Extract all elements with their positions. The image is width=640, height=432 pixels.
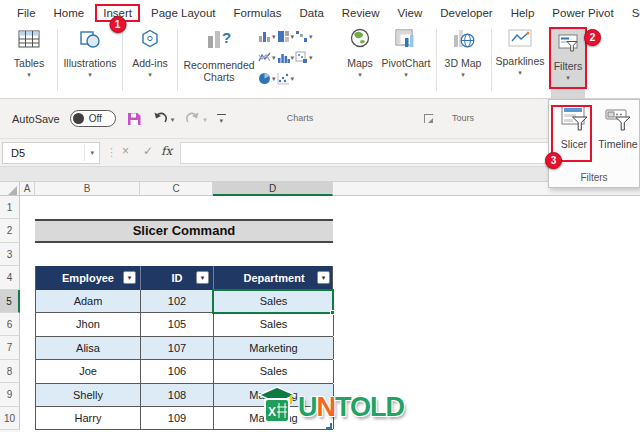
redo-button[interactable]: ▾ xyxy=(184,111,207,126)
row-header-7[interactable]: 7 xyxy=(0,336,20,359)
tab-help[interactable]: Help xyxy=(502,4,544,22)
row-header-8[interactable]: 8 xyxy=(0,360,20,383)
filter-dropdown-icon[interactable]: ▾ xyxy=(196,271,209,284)
tab-developer[interactable]: Developer xyxy=(431,4,501,22)
illustrations-button[interactable]: Illustrations ▾ xyxy=(60,27,120,78)
recommended-charts-label: Recommended Charts xyxy=(181,59,257,83)
column-chart-icon[interactable]: ▾ xyxy=(258,30,276,43)
row-header-5[interactable]: 5 xyxy=(0,290,20,313)
pivotchart-icon xyxy=(393,27,419,55)
formula-bar-grip-icon[interactable]: ⋮ xyxy=(106,146,117,159)
tab-script-lab[interactable]: Script Lab xyxy=(623,4,640,22)
tab-data[interactable]: Data xyxy=(291,4,333,22)
cell-c8[interactable]: 106 xyxy=(141,360,214,382)
cell-b6[interactable]: Jhon xyxy=(36,313,141,335)
cell-d6[interactable]: Sales xyxy=(214,313,334,335)
name-box[interactable]: D5 ▾ xyxy=(2,142,100,164)
tab-review[interactable]: Review xyxy=(333,4,389,22)
pivotchart-button[interactable]: PivotChart ▾ xyxy=(379,27,433,78)
cell-b9[interactable]: Shelly xyxy=(36,384,141,406)
tab-view[interactable]: View xyxy=(389,4,432,22)
column-header-c[interactable]: C xyxy=(140,182,213,196)
scatter-chart-icon[interactable]: ▾ xyxy=(277,72,295,85)
timeline-label: Timeline xyxy=(598,138,637,150)
recommended-charts-button[interactable]: ? Recommended Charts xyxy=(181,27,257,83)
3d-map-button[interactable]: 3D Map ▾ xyxy=(438,27,488,78)
sparklines-button[interactable]: Sparklines ▾ xyxy=(492,27,548,76)
cell-b10[interactable]: Harry xyxy=(36,407,141,429)
column-header-a[interactable]: A xyxy=(20,182,35,196)
cell-b5[interactable]: Adam xyxy=(36,290,141,312)
histogram-chart-icon[interactable]: ▾ xyxy=(277,51,295,64)
fill-handle[interactable] xyxy=(330,310,335,315)
annotation-badge-1: 1 xyxy=(109,16,126,33)
chart-gallery-row-2: ▾ ▾ ▾ xyxy=(258,51,313,64)
ribbon-insert-contents: Tables ▾ Illustrations ▾ Add-ins ▾ ? Rec… xyxy=(0,25,640,99)
cell-d7[interactable]: Marketing xyxy=(214,337,334,359)
treemap-chart-icon[interactable]: ▾ xyxy=(277,30,295,43)
line-chart-icon[interactable]: ▾ xyxy=(258,51,276,64)
cell-c5[interactable]: 102 xyxy=(141,290,214,312)
autosave-toggle[interactable]: Off xyxy=(70,110,116,127)
column-header-b[interactable]: B xyxy=(35,182,140,196)
chevron-down-icon: ▾ xyxy=(219,117,223,124)
enter-entry-button[interactable]: ✓ xyxy=(143,144,153,158)
cancel-entry-button[interactable]: × xyxy=(122,144,129,158)
sparklines-label: Sparklines xyxy=(495,55,544,67)
untold-watermark: X UNTOLD xyxy=(256,384,404,430)
filter-dropdown-icon[interactable]: ▾ xyxy=(317,271,330,284)
row-header-4[interactable]: 4 xyxy=(0,266,20,289)
waterfall-chart-icon[interactable]: ▾ xyxy=(295,30,313,43)
table-header-id[interactable]: ID ▾ xyxy=(141,266,214,290)
toggle-knob xyxy=(73,113,84,124)
pivotchart-label: PivotChart xyxy=(381,57,430,69)
tab-page-layout[interactable]: Page Layout xyxy=(142,4,225,22)
combo-chart-icon[interactable]: ▾ xyxy=(295,51,313,64)
timeline-menu-item[interactable]: Timeline xyxy=(596,105,640,150)
cell-c7[interactable]: 107 xyxy=(141,337,214,359)
pie-chart-icon[interactable]: ▾ xyxy=(258,72,276,85)
table-header-employee-label: Employee xyxy=(62,272,114,284)
cell-b8[interactable]: Joe xyxy=(36,360,141,382)
select-all-button[interactable] xyxy=(0,182,20,196)
add-ins-button[interactable]: Add-ins ▾ xyxy=(126,27,174,78)
row-header-2[interactable]: 2 xyxy=(0,219,20,242)
cell-c9[interactable]: 108 xyxy=(141,384,214,406)
worksheet-title-cell[interactable]: Slicer Command xyxy=(35,219,333,243)
row-header-6[interactable]: 6 xyxy=(0,313,20,336)
save-button[interactable] xyxy=(126,111,142,127)
row-header-1[interactable]: 1 xyxy=(0,196,20,219)
table-header-employee[interactable]: Employee ▾ xyxy=(36,266,141,290)
row-header-3[interactable]: 3 xyxy=(0,243,20,266)
cell-b7[interactable]: Alisa xyxy=(36,337,141,359)
cell-c6[interactable]: 105 xyxy=(141,313,214,335)
tab-file[interactable]: File xyxy=(8,4,45,22)
tab-power-pivot[interactable]: Power Pivot xyxy=(543,4,622,22)
3d-map-label: 3D Map xyxy=(445,57,482,69)
filters-button[interactable]: Filters ▾ xyxy=(549,27,587,89)
tables-label: Tables xyxy=(14,57,44,69)
tab-home[interactable]: Home xyxy=(45,4,94,22)
insert-function-button[interactable]: fx xyxy=(161,144,172,158)
tab-insert[interactable]: Insert 1 xyxy=(95,4,140,22)
charts-dialog-launcher-icon[interactable] xyxy=(424,114,433,123)
globe-icon xyxy=(347,27,373,55)
customize-qat-button[interactable]: ▾ xyxy=(217,114,226,124)
row-header-10[interactable]: 10 xyxy=(0,407,20,430)
tab-formulas[interactable]: Formulas xyxy=(225,4,291,22)
logo-letter-n: N xyxy=(317,392,336,422)
svg-text:?: ? xyxy=(222,29,231,46)
cell-c10[interactable]: 109 xyxy=(141,407,214,429)
annotation-badge-2: 2 xyxy=(584,29,601,46)
chevron-down-icon: ▾ xyxy=(148,71,152,78)
cell-d8[interactable]: Sales xyxy=(214,360,334,382)
undo-button[interactable]: ▾ xyxy=(152,111,175,126)
column-header-d[interactable]: D xyxy=(213,182,333,196)
maps-button[interactable]: Maps ▾ xyxy=(341,27,379,78)
name-box-dropdown-icon[interactable]: ▾ xyxy=(84,145,99,161)
row-header-9[interactable]: 9 xyxy=(0,383,20,406)
tables-button[interactable]: Tables ▾ xyxy=(4,27,54,78)
table-header-department[interactable]: Department ▾ xyxy=(214,266,334,290)
filter-dropdown-icon[interactable]: ▾ xyxy=(123,271,136,284)
filters-button-open-connector xyxy=(551,89,585,99)
